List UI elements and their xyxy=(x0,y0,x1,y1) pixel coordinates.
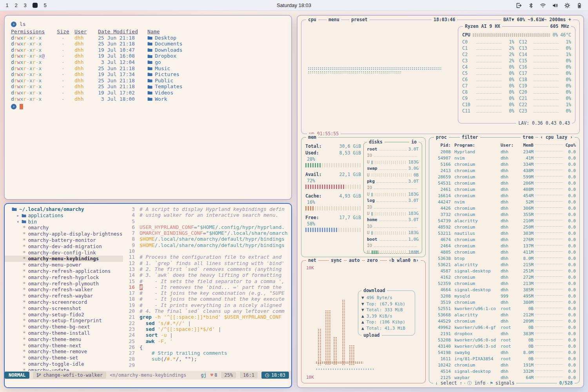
volume-icon[interactable] xyxy=(552,2,558,9)
tree-item[interactable]: *omarchy-dev-add-migration xyxy=(5,243,123,250)
process-row[interactable]: 54907 nvim dhh 41M 0.0 xyxy=(429,155,579,161)
tree-item[interactable]: *omarchy-screenrecord xyxy=(5,299,123,305)
wifi-icon[interactable] xyxy=(540,2,546,9)
net-box-title[interactable]: net xyxy=(306,257,318,264)
tree-item[interactable]: *omarchy-theme-install xyxy=(5,330,123,336)
tree-item[interactable]: *omarchy-theme-bg-next xyxy=(5,324,123,330)
tree-directory[interactable]: ▾ bin xyxy=(5,219,123,225)
sort-selector[interactable]: ‹ cpu lazy › xyxy=(538,134,575,141)
io-tab[interactable]: io xyxy=(409,139,419,145)
process-row[interactable]: 44529 chromium dhh 209M 0.0 xyxy=(429,318,579,324)
proc-header-user[interactable]: User: xyxy=(501,143,517,148)
filter-button[interactable]: filter xyxy=(460,134,480,141)
workspace-item[interactable] xyxy=(33,3,38,8)
tree-item[interactable]: *omarchy-setup-fido2 xyxy=(5,312,123,318)
process-row[interactable]: 4587 signal-desktop dhh 251M 0.0 xyxy=(429,268,579,274)
process-row[interactable]: 4805 chromium dhh 411M 0.0 xyxy=(429,249,579,255)
tree-root[interactable]: ~/.local/share/omarchy xyxy=(5,206,123,212)
process-row[interactable]: 3732 chromium dhh 355M 0.0 xyxy=(429,211,579,218)
proc-header-program[interactable]: Program: xyxy=(454,143,501,148)
tree-item[interactable]: *omarchy-toggle-idle xyxy=(5,361,123,367)
net-tab-auto[interactable]: auto xyxy=(347,257,362,264)
tree-directory[interactable]: ▸ applications xyxy=(5,212,123,219)
process-row[interactable]: 52359 chromium dhh 213M 0.0 xyxy=(429,280,579,287)
net-tab-zero[interactable]: zero xyxy=(365,257,380,264)
editor-pane[interactable]: 3 # A script to display Hyprland keybind… xyxy=(123,206,291,371)
tree-item[interactable]: *omarchy-menu-power xyxy=(5,262,123,268)
tree-item[interactable]: *omarchy-theme-remove xyxy=(5,348,123,355)
disks-title[interactable]: disks xyxy=(367,139,385,145)
process-row[interactable]: 54739 alacritty dhh 210M 0.0 xyxy=(429,218,579,224)
proc-header-cpu[interactable]: Cpu% xyxy=(564,143,576,148)
process-row[interactable]: 53638 btop dhh 8.0M 0.0 xyxy=(429,255,579,261)
tree-item[interactable]: *omarchy-dev-config-link xyxy=(5,250,123,256)
tree-item[interactable]: *omarchy xyxy=(5,225,123,231)
tree-item[interactable]: *omarchy-refresh-applications xyxy=(5,268,123,274)
process-row[interactable]: 16614 chromium dhh 454M 0.0 xyxy=(429,192,579,199)
tree-item[interactable]: *omarchy-theme-next xyxy=(5,343,123,349)
preset-button[interactable]: preset xyxy=(349,16,370,23)
tree-item[interactable]: *omarchy-menu-keybindings xyxy=(5,256,123,262)
tree-item[interactable]: *omarchy-theme-menu xyxy=(5,336,123,343)
process-row[interactable]: 53668 alacritty dhh 212M 0.0 xyxy=(429,312,579,318)
process-row[interactable]: 4162 chromium dhh 272M 0.0 xyxy=(429,274,579,280)
logout-icon[interactable] xyxy=(515,2,522,9)
process-row[interactable]: 4664 signal-desktop dhh 385M 0.0 xyxy=(429,287,579,293)
settings-icon[interactable] xyxy=(564,2,570,9)
tree-item[interactable]: *omarchy-apple-display-brightness xyxy=(5,231,123,237)
net-tab-sync[interactable]: sync xyxy=(329,257,344,264)
process-row[interactable]: 4674 chromium dhh 276M 0.0 xyxy=(429,236,579,243)
workspace-item[interactable]: 2 xyxy=(15,2,18,8)
net-interface[interactable]: ‹b wlan0 n› xyxy=(387,257,421,264)
process-row[interactable]: 2464 chromium dhh 137M 0.0 xyxy=(429,243,579,249)
process-row[interactable]: 48592 chromium dhh 250M 0.0 xyxy=(429,224,579,230)
process-row[interactable]: 53621 alacritty dhh 215M 0.0 xyxy=(429,261,579,268)
terminal-window[interactable]: › ls Permissions Size User Date Modified… xyxy=(4,15,292,200)
shell-prompt-row-active[interactable]: › xyxy=(11,103,285,110)
process-row[interactable]: 10242 chromium dhh 191M 0.0 xyxy=(429,362,579,368)
signals-button[interactable]: ⚑ signals xyxy=(488,380,516,387)
process-row[interactable]: 54531 chromium dhh 206M 0.0 xyxy=(429,180,579,186)
proc-header-pid[interactable]: Pid: xyxy=(433,143,454,148)
process-row[interactable]: 54198 swaybg dhh 8.0M 0.0 xyxy=(429,349,579,356)
process-row[interactable]: 2413 chromium dhh 438M 0.0 xyxy=(429,167,579,174)
tree-item[interactable]: *omarchy-battery-monitor xyxy=(5,237,123,243)
tree-item[interactable]: *omarchy-screenshot xyxy=(5,305,123,312)
process-row[interactable]: 5166 chromium dhh 334M 0.0 xyxy=(429,161,579,167)
process-row[interactable]: 52551 kworker/u96:1-co root 0B 0.0 xyxy=(429,305,579,312)
battery-icon[interactable] xyxy=(576,2,583,9)
process-row[interactable]: 1611 irq/81-PIXA3854 root 0B 0.0 xyxy=(429,356,579,362)
process-row[interactable]: 53211 nautilus dhh 303M 0.0 xyxy=(429,230,579,236)
tree-item[interactable]: *omarchy-refresh-walker xyxy=(5,287,123,293)
process-row[interactable]: 2191 dropbox dhh 383M 0.0 xyxy=(429,330,579,337)
tree-item[interactable]: *omarchy-refresh-hyprlock xyxy=(5,274,123,281)
tree-item[interactable]: *omarchy-theme-set xyxy=(5,355,123,361)
process-row[interactable]: 2008 Hyprland dhh 234M 0.0 xyxy=(429,149,579,155)
select-buttons[interactable]: ↓ select ↑ xyxy=(433,380,464,387)
mem-box-title[interactable]: mem xyxy=(306,134,318,141)
process-row[interactable]: 49962 kworker/u96:4-gf root 0B 0.0 xyxy=(429,324,579,330)
tree-item[interactable]: *omarchy-refresh-waybar xyxy=(5,293,123,299)
proc-box-title[interactable]: proc xyxy=(434,134,449,141)
tree-item[interactable]: *omarchy-update xyxy=(5,367,123,371)
process-row[interactable]: 3208 mysqld 999 495M 0.0 xyxy=(429,293,579,299)
info-button[interactable]: ⓘ info xyxy=(465,380,487,387)
tree-toggle[interactable]: tree xyxy=(521,134,535,141)
workspace-item[interactable]: 1 xyxy=(5,2,9,8)
process-row[interactable]: 3519 chromium dhh 380M 0.0 xyxy=(429,299,579,305)
process-row[interactable]: 53208 kworker/u96:0-sd root 0B 0.0 xyxy=(429,337,579,343)
process-row[interactable]: 44247 nvim dhh 52M 0.0 xyxy=(429,199,579,205)
bluetooth-icon[interactable] xyxy=(528,2,534,9)
neovim-window[interactable]: ~/.local/share/omarchy ▸ applications ▾ xyxy=(4,203,292,388)
proc-header-mem[interactable]: MemB xyxy=(517,143,534,148)
process-row[interactable]: 28659 chromium dhh 599M 0.0 xyxy=(429,174,579,180)
cpu-box-title[interactable]: cpu xyxy=(306,16,318,23)
process-row[interactable]: 43140 kworker/u96:3-sd root 0B 0.0 xyxy=(429,343,579,349)
process-row[interactable]: 4426 chromium dhh 306M 0.0 xyxy=(429,205,579,211)
tree-item[interactable]: *omarchy-setup-fingerprint xyxy=(5,318,123,324)
tree-item[interactable]: *omarchy-refresh-plymouth xyxy=(5,281,123,287)
workspace-item[interactable]: 5 xyxy=(44,2,47,8)
workspace-item[interactable]: 3 xyxy=(24,2,27,8)
menu-button[interactable]: menu xyxy=(327,16,341,23)
btop-window[interactable]: cpu menu preset 18:03:46 BAT▼ 60% ~9.61W… xyxy=(297,15,584,388)
